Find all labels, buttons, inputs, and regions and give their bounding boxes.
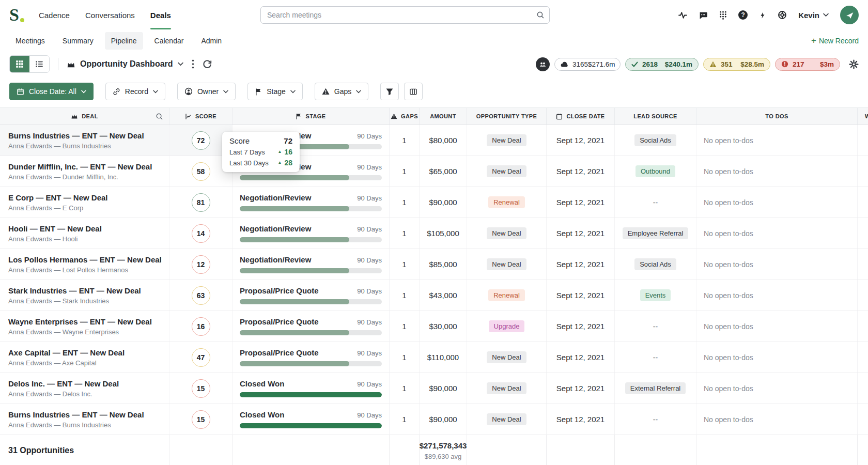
stat-pill-total[interactable]: 3165 $271.6m: [554, 58, 621, 71]
avatar[interactable]: [840, 6, 859, 24]
column-header-score[interactable]: SCORE: [169, 108, 233, 125]
column-header-label: SCORE: [195, 113, 216, 119]
stat-pill-warning[interactable]: 351 $28.5m: [703, 58, 770, 71]
score-badge[interactable]: 16: [192, 317, 210, 336]
table-row[interactable]: E Corp — ENT — New Deal Anna Edwards — E…: [0, 187, 868, 218]
score-badge[interactable]: 12: [192, 255, 210, 274]
record-filter-button[interactable]: Record: [105, 83, 165, 100]
column-header-lead-source[interactable]: LEAD SOURCE: [615, 108, 696, 125]
help-icon[interactable]: ?: [738, 10, 748, 20]
tab-admin[interactable]: Admin: [195, 32, 228, 50]
score-badge[interactable]: 72: [192, 131, 210, 150]
stat-pill-success[interactable]: 2618 $240.1m: [625, 58, 699, 71]
settings-gear-icon[interactable]: [849, 59, 859, 69]
score-badge[interactable]: 47: [192, 348, 210, 367]
deal-cell[interactable]: Delos Inc. — ENT — New Deal Anna Edwards…: [0, 373, 169, 404]
dialpad-icon[interactable]: [719, 11, 727, 20]
dashboard-selector[interactable]: Opportunity Dashboard: [67, 59, 183, 69]
table-row[interactable]: Axe Capital — ENT — New Deal Anna Edward…: [0, 342, 868, 373]
grid-view-button[interactable]: [10, 56, 29, 72]
tab-meetings[interactable]: Meetings: [9, 32, 51, 50]
deal-title[interactable]: Dunder Mifflin, Inc. — ENT — New Deal: [8, 162, 152, 171]
warning-icon: [391, 113, 397, 119]
deal-title[interactable]: Wayne Enterprises — ENT — New Deal: [8, 317, 152, 326]
column-header-stage[interactable]: STAGE: [233, 108, 390, 125]
lead-source-cell: Outbound: [615, 156, 696, 187]
nav-item-deals[interactable]: Deals: [150, 0, 171, 30]
deal-search-icon[interactable]: [156, 113, 163, 120]
table-row[interactable]: Delos Inc. — ENT — New Deal Anna Edwards…: [0, 373, 868, 404]
filter-funnel-button[interactable]: [380, 83, 399, 100]
owner-filter-button[interactable]: Owner: [177, 83, 236, 100]
deal-title[interactable]: Burns Industries — ENT — New Deal: [8, 131, 144, 140]
tab-pipeline[interactable]: Pipeline: [105, 32, 143, 50]
tab-calendar[interactable]: Calendar: [148, 32, 190, 50]
list-view-button[interactable]: [29, 56, 49, 72]
stat-pill-danger[interactable]: 217 $3m: [775, 58, 840, 71]
search-icon[interactable]: [536, 11, 545, 19]
nav-item-conversations[interactable]: Conversations: [85, 0, 135, 30]
search-input[interactable]: [260, 6, 550, 24]
new-record-button[interactable]: + New Record: [811, 37, 859, 45]
refresh-icon[interactable]: [203, 59, 212, 69]
deal-title[interactable]: Stark Industries — ENT — New Deal: [8, 286, 141, 295]
deal-cell[interactable]: Dunder Mifflin, Inc. — ENT — New Deal An…: [0, 156, 169, 187]
activity-icon[interactable]: [678, 11, 687, 20]
deal-cell[interactable]: Wayne Enterprises — ENT — New Deal Anna …: [0, 311, 169, 342]
chat-icon[interactable]: [699, 11, 708, 20]
table-row[interactable]: Burns Industries — ENT — New Deal Anna E…: [0, 125, 868, 156]
deal-cell[interactable]: Axe Capital — ENT — New Deal Anna Edward…: [0, 342, 169, 373]
user-menu[interactable]: Kevin: [798, 11, 829, 20]
table-row[interactable]: Stark Industries — ENT — New Deal Anna E…: [0, 280, 868, 311]
stage-duration: 90 Days: [357, 163, 382, 171]
team-icon[interactable]: [536, 57, 550, 71]
deal-cell[interactable]: Stark Industries — ENT — New Deal Anna E…: [0, 280, 169, 311]
table-row[interactable]: Los Pollos Hermanos — ENT — New Deal Ann…: [0, 249, 868, 280]
tab-summary[interactable]: Summary: [56, 32, 100, 50]
deal-title[interactable]: Delos Inc. — ENT — New Deal: [8, 379, 119, 388]
score-badge[interactable]: 15: [192, 410, 210, 429]
app-logo[interactable]: S: [9, 6, 24, 24]
table-row[interactable]: Burns Industries — ENT — New Deal Anna E…: [0, 404, 868, 435]
close-date-filter-button[interactable]: Close Date: All: [9, 83, 94, 100]
deal-cell[interactable]: Los Pollos Hermanos — ENT — New Deal Ann…: [0, 249, 169, 280]
deal-cell[interactable]: E Corp — ENT — New Deal Anna Edwards — E…: [0, 187, 169, 218]
lightning-icon[interactable]: [759, 11, 766, 20]
column-header-amount[interactable]: AMOUNT: [420, 108, 467, 125]
clipped-cell: [858, 187, 868, 218]
nav-item-cadence[interactable]: Cadence: [39, 0, 70, 30]
stage-filter-button[interactable]: Stage: [247, 83, 303, 100]
score-badge[interactable]: 58: [192, 162, 210, 181]
deal-title[interactable]: E Corp — ENT — New Deal: [8, 193, 108, 202]
column-header-opportunity-type[interactable]: OPPORTUNITY TYPE: [467, 108, 547, 125]
deal-cell[interactable]: Burns Industries — ENT — New Deal Anna E…: [0, 125, 169, 156]
clipped-cell: [858, 373, 868, 404]
support-wheel-icon[interactable]: [778, 10, 787, 20]
kebab-menu-icon[interactable]: [192, 59, 194, 69]
deal-cell[interactable]: Hooli — ENT — New Deal Anna Edwards — Ho…: [0, 218, 169, 249]
opportunity-type-cell: New Deal: [467, 249, 547, 280]
column-header-close-date[interactable]: CLOSE DATE: [547, 108, 615, 125]
columns-button[interactable]: [404, 83, 423, 100]
score-badge[interactable]: 81: [192, 193, 210, 212]
score-badge[interactable]: 15: [192, 379, 210, 398]
deal-title[interactable]: Hooli — ENT — New Deal: [8, 224, 102, 233]
deal-subtitle: Anna Edwards — Burns Industries: [8, 142, 111, 150]
deal-title[interactable]: Los Pollos Hermanos — ENT — New Deal: [8, 255, 162, 264]
stage-duration: 90 Days: [357, 349, 382, 357]
todos-value: No open to-dos: [696, 187, 858, 218]
deal-cell[interactable]: Burns Industries — ENT — New Deal Anna E…: [0, 404, 169, 435]
deal-title[interactable]: Axe Capital — ENT — New Deal: [8, 348, 125, 357]
gaps-filter-button[interactable]: Gaps: [315, 83, 368, 100]
column-header-todos[interactable]: TO DOS: [696, 108, 858, 125]
table-row[interactable]: Hooli — ENT — New Deal Anna Edwards — Ho…: [0, 218, 868, 249]
chevron-down-icon: [81, 90, 86, 94]
column-header-deal[interactable]: DEAL: [0, 108, 169, 125]
deal-title[interactable]: Burns Industries — ENT — New Deal: [8, 410, 144, 419]
table-row[interactable]: Dunder Mifflin, Inc. — ENT — New Deal An…: [0, 156, 868, 187]
score-badge[interactable]: 63: [192, 286, 210, 305]
score-badge[interactable]: 14: [192, 224, 210, 243]
table-row[interactable]: Wayne Enterprises — ENT — New Deal Anna …: [0, 311, 868, 342]
top-right-actions: ? Kevin: [678, 6, 859, 24]
column-header-gaps[interactable]: GAPS: [390, 108, 420, 125]
